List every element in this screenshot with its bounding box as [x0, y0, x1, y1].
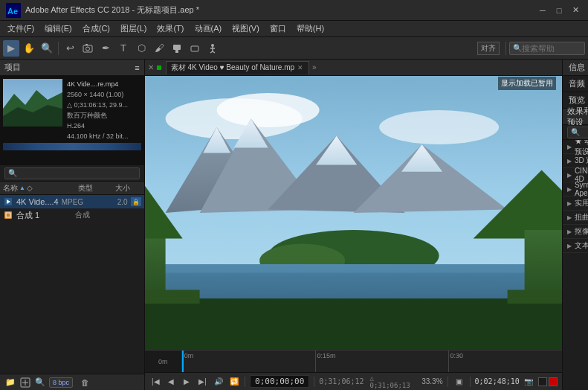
tool-camera[interactable]: [80, 40, 96, 57]
project-menu-icon[interactable]: ≡: [135, 63, 139, 72]
swatch-black[interactable]: [538, 377, 547, 386]
zoom-level[interactable]: 33.3%: [421, 377, 442, 386]
search-input[interactable]: [522, 44, 581, 53]
ctrl-fit[interactable]: ▣: [453, 375, 465, 389]
project-search-input[interactable]: [4, 167, 140, 179]
tab-footage-label: 素材 4K Video ♥ Beauty of Nature.mp: [171, 63, 294, 73]
list-item[interactable]: 4K Vide....4 MPEG 2.0 🔒: [0, 195, 144, 208]
effects-group-label-animated: ★ 动画预设: [575, 140, 588, 157]
comp-viewer: 显示加载已暂用: [145, 76, 562, 350]
effects-list: ▶ ★ 动画预设 ▶ 3D 通道 ▶ CINEMA 4D ▶ Syn: [563, 140, 588, 390]
ctrl-loop[interactable]: 🔁: [227, 375, 240, 389]
effects-title: 效果和预设: [567, 106, 588, 128]
file-timecode: △ 0;31:06:13, 29.9...: [67, 100, 129, 110]
mini-timeline-start: 0m: [158, 358, 168, 365]
project-header: 项目 ≡: [0, 60, 144, 76]
ctrl-start[interactable]: |◀: [149, 375, 162, 389]
new-folder-btn[interactable]: 📁: [4, 377, 16, 389]
menu-edit[interactable]: 编辑(E): [40, 22, 77, 36]
effects-group-header-synthetic[interactable]: ▶ Synthetic Aperture: [563, 182, 588, 196]
new-comp-btn[interactable]: [19, 377, 31, 389]
tool-stamp[interactable]: [169, 40, 185, 57]
ctrl-prev[interactable]: ◀: [165, 375, 178, 389]
tool-text[interactable]: T: [115, 40, 132, 57]
current-timecode[interactable]: 0;00;00;00: [250, 375, 309, 388]
project-title: 项目: [4, 62, 21, 73]
tool-paint[interactable]: 🖌: [151, 40, 167, 57]
tool-eraser[interactable]: [187, 40, 203, 57]
ruler-mark-15: 0:15m: [315, 351, 336, 372]
comp-timeline-ruler[interactable]: 0m 0:15m 0:30: [182, 351, 562, 372]
tab-footage-close[interactable]: ✕: [297, 64, 304, 71]
effects-panel: 信息 音频 预览 效果和预设 ≡ ▶ ★ 动画预设 ▶ 3D: [563, 60, 588, 390]
tab-close-icon[interactable]: ✕: [148, 63, 154, 71]
effects-group-header-distort[interactable]: ▶ 扭曲: [563, 211, 588, 224]
effects-group-header-text[interactable]: ▶ 文本: [563, 239, 588, 252]
menu-view[interactable]: 视图(V): [227, 22, 264, 36]
tab-arrow-more[interactable]: »: [312, 63, 317, 71]
end-timecode: 0;31;06;12: [319, 377, 364, 386]
menu-window[interactable]: 窗口: [265, 22, 291, 36]
col-sort-icon: ▲: [19, 185, 25, 191]
menu-help[interactable]: 帮助(H): [292, 22, 329, 36]
comp-tab-bar: ✕ 素材 4K Video ♥ Beauty of Nature.mp ✕ »: [145, 60, 562, 76]
effects-group-header-3d[interactable]: ▶ 3D 通道: [563, 154, 588, 167]
ctrl-camera[interactable]: 📷: [523, 375, 535, 389]
menu-effects[interactable]: 效果(T): [152, 22, 188, 36]
svg-rect-2: [83, 45, 92, 52]
menu-layer[interactable]: 图层(L): [116, 22, 151, 36]
triangle-icon: ▶: [567, 158, 572, 164]
tab-footage[interactable]: 素材 4K Video ♥ Beauty of Nature.mp ✕: [166, 61, 309, 74]
find-btn[interactable]: 🔍: [34, 377, 46, 389]
bpc-display: 8 bpc: [49, 377, 73, 388]
menu-composition[interactable]: 合成(C): [78, 22, 114, 36]
delete-btn[interactable]: 🗑: [79, 377, 91, 389]
svg-rect-7: [191, 46, 198, 51]
ruler-mark-0: 0m: [182, 351, 194, 372]
tool-shape[interactable]: ⬡: [133, 40, 149, 57]
svg-rect-4: [85, 44, 88, 45]
effects-group-label-keying: 抠像: [575, 226, 588, 237]
ctrl-play[interactable]: ▶: [181, 375, 193, 389]
ctrl-audio[interactable]: 🔊: [212, 375, 224, 389]
list-item[interactable]: 合成 1 合成: [0, 208, 144, 222]
swatch-red[interactable]: [549, 377, 558, 386]
effects-search: [563, 125, 588, 140]
window-controls: ─ □ ✕: [536, 4, 582, 17]
svg-rect-45: [507, 290, 562, 304]
info-section[interactable]: 信息: [563, 60, 588, 76]
tool-hand[interactable]: ✋: [21, 40, 37, 57]
effects-group-header-animated[interactable]: ▶ ★ 动画预设: [563, 140, 588, 153]
effects-group-label-3d: 3D 通道: [575, 156, 588, 166]
effects-group-header-cinema4d[interactable]: ▶ CINEMA 4D: [563, 168, 588, 182]
minimize-button[interactable]: ─: [536, 4, 549, 17]
title-bar: Ae Adobe After Effects CC 2018 - 无标题项目.a…: [0, 0, 588, 21]
close-button[interactable]: ✕: [569, 4, 582, 17]
menu-animation[interactable]: 动画(A): [190, 22, 227, 36]
frame-display[interactable]: 0;02;48;10: [475, 377, 520, 386]
ctrl-next[interactable]: ▶|: [196, 375, 209, 389]
align-section: 对齐: [477, 42, 500, 55]
col-size-label: 大小: [115, 184, 130, 192]
menu-file[interactable]: 文件(F): [3, 22, 39, 36]
audio-section[interactable]: 音频: [563, 76, 588, 92]
video-file-icon: [3, 197, 13, 206]
project-thumbnail: [3, 79, 62, 127]
comp-overlay-text: 显示加载已暂用: [498, 77, 556, 90]
tool-select[interactable]: ▶: [3, 40, 19, 57]
effects-search-input[interactable]: [567, 127, 588, 138]
tool-pen[interactable]: ✒: [97, 40, 114, 57]
maximize-button[interactable]: □: [552, 4, 566, 17]
effects-group-header-keying[interactable]: ▶ 抠像: [563, 225, 588, 238]
project-footer: 📁 🔍 8 bpc 🗑: [0, 374, 144, 390]
effects-group-header-utility[interactable]: ▶ 实用工具: [563, 196, 588, 210]
effects-header: 效果和预设 ≡: [563, 109, 588, 125]
tool-zoom[interactable]: 🔍: [39, 40, 55, 57]
file-dimensions: 2560 × 1440 (1.00): [67, 89, 129, 100]
item-name-1: 4K Vide....4: [16, 197, 59, 206]
item-name-2: 合成 1: [16, 210, 72, 221]
tool-puppet[interactable]: [204, 40, 221, 57]
triangle-icon: ▶: [567, 172, 572, 179]
tool-rotate[interactable]: ↩: [62, 40, 78, 57]
delta-timecode: △ 0;31;06;13: [370, 374, 416, 389]
